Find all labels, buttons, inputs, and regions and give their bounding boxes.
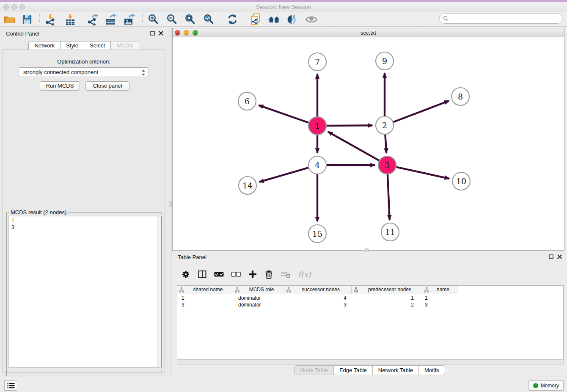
table-cell[interactable]: 1 xyxy=(177,295,233,302)
tab-network-table[interactable]: Network Table xyxy=(373,365,419,375)
table-panel-window-buttons xyxy=(549,254,562,259)
save-session-button[interactable] xyxy=(20,13,34,26)
edge-3-1[interactable] xyxy=(328,132,379,160)
table-panel-title: Table Panel xyxy=(178,254,206,260)
export-image-icon xyxy=(123,14,135,25)
graph-node-label-7: 7 xyxy=(315,57,320,66)
close-panel-button[interactable]: Close panel xyxy=(85,81,129,91)
tab-network[interactable]: Network xyxy=(28,41,61,50)
zoom-fit-icon xyxy=(184,14,196,25)
function-builder-button[interactable]: f(x) xyxy=(298,270,311,279)
mcds-result-text[interactable]: 1 3 xyxy=(8,216,162,367)
edge-4-14[interactable] xyxy=(259,168,308,182)
control-panel-window-buttons xyxy=(150,31,163,36)
show-home-button[interactable] xyxy=(267,13,281,26)
table-cell[interactable]: 1 xyxy=(422,295,458,302)
network-canvas[interactable]: 7968124314101511 xyxy=(172,37,564,251)
tab-mcds[interactable]: MCDS xyxy=(111,41,139,50)
node-table-rows: 1dominator4113dominator323 xyxy=(177,295,563,309)
import-network-button[interactable] xyxy=(44,13,57,26)
table-cell[interactable]: dominator xyxy=(233,295,284,302)
edge-3-10[interactable] xyxy=(396,167,449,179)
edge-1-6[interactable] xyxy=(259,105,308,123)
hide-graphics-details-button[interactable] xyxy=(286,13,299,26)
birds-eye-view-button[interactable] xyxy=(305,13,318,26)
float-panel-icon[interactable] xyxy=(549,254,553,259)
edge-2-3[interactable] xyxy=(385,135,386,153)
control-panel: Control Panel NetworkStyleSelectMCDS Opt… xyxy=(0,27,168,376)
zoom-fit-button[interactable] xyxy=(183,13,197,26)
edge-3-11[interactable] xyxy=(388,174,390,220)
graph-node-label-14: 14 xyxy=(242,181,253,190)
export-image-button[interactable] xyxy=(122,13,136,26)
clone-network-button[interactable] xyxy=(249,13,262,26)
table-row[interactable]: 1dominator411 xyxy=(177,295,563,302)
network-window-titlebar[interactable]: scc.txt xyxy=(172,28,564,37)
mcds-result-scrollbar[interactable] xyxy=(157,216,161,367)
memory-button[interactable]: Memory xyxy=(528,380,564,391)
table-toolbar: f(x) xyxy=(177,266,564,283)
graph-node-label-11: 11 xyxy=(385,227,395,237)
deselect-all-rows-button[interactable] xyxy=(231,271,241,277)
import-network-icon xyxy=(44,14,56,25)
column-header-predecessor-nodes[interactable]: predecessor nodes xyxy=(352,286,422,294)
column-header-successor-nodes[interactable]: successor nodes xyxy=(284,286,352,294)
delete-column-button[interactable] xyxy=(264,270,273,279)
tab-edge-table[interactable]: Edge Table xyxy=(334,365,373,375)
optimization-criterion-label: Optimization criterion: xyxy=(0,58,168,65)
zoom-out-button[interactable] xyxy=(165,13,179,26)
tab-node-table[interactable]: Node Table xyxy=(294,365,334,375)
import-table-button[interactable] xyxy=(63,13,77,26)
splitter-handle[interactable] xyxy=(169,201,172,207)
table-cell[interactable]: 3 xyxy=(422,302,458,309)
column-header-shared-name[interactable]: shared name xyxy=(177,286,233,294)
search-field[interactable] xyxy=(439,13,563,24)
network-graph: 7968124314101511 xyxy=(173,37,564,250)
node-table[interactable]: shared nameMCDS rolesuccessor nodesprede… xyxy=(177,285,564,360)
column-header-MCDS-role[interactable]: MCDS role xyxy=(233,286,284,294)
float-panel-icon[interactable] xyxy=(150,31,155,36)
table-cell[interactable]: 3 xyxy=(177,302,233,309)
create-column-button[interactable] xyxy=(248,270,257,279)
search-icon xyxy=(443,16,449,22)
edge-2-8[interactable] xyxy=(394,101,449,122)
refresh-button[interactable] xyxy=(226,13,239,26)
network-title: scc.txt xyxy=(173,30,564,36)
table-row[interactable]: 3dominator323 xyxy=(177,302,563,309)
zoom-in-button[interactable] xyxy=(146,13,160,26)
close-panel-icon[interactable] xyxy=(557,254,562,259)
open-session-button[interactable] xyxy=(3,13,16,26)
task-history-button[interactable] xyxy=(4,380,17,391)
graph-node-label-8: 8 xyxy=(458,92,463,101)
toggle-table-panel-button[interactable] xyxy=(198,270,207,279)
refresh-icon xyxy=(227,14,238,25)
search-input[interactable] xyxy=(449,14,562,23)
table-settings-button[interactable] xyxy=(181,270,190,279)
zoom-out-icon xyxy=(166,14,178,25)
delete-table-button[interactable] xyxy=(281,271,291,278)
optimization-criterion-select[interactable]: strongly connected component xyxy=(19,67,149,77)
checked-boxes-icon xyxy=(214,271,224,277)
close-panel-icon[interactable] xyxy=(159,31,163,36)
table-cell[interactable]: dominator xyxy=(233,302,284,309)
select-all-rows-button[interactable] xyxy=(214,271,224,277)
run-mcds-button[interactable]: Run MCDS xyxy=(40,81,80,91)
export-network-button[interactable] xyxy=(85,13,99,26)
table-cell[interactable]: 1 xyxy=(352,295,422,302)
edge-1-2[interactable] xyxy=(327,125,372,126)
table-cell[interactable]: 3 xyxy=(284,302,352,309)
canvas-resize-handle[interactable] xyxy=(365,248,369,251)
table-cell[interactable]: 2 xyxy=(352,302,422,309)
export-table-button[interactable] xyxy=(104,13,118,26)
tab-select[interactable]: Select xyxy=(84,41,111,50)
tab-motifs[interactable]: Motifs xyxy=(419,365,445,375)
toolbar-separator xyxy=(39,14,40,25)
unchecked-boxes-icon xyxy=(231,271,241,277)
zoom-selected-button[interactable] xyxy=(202,13,215,26)
export-table-icon xyxy=(105,14,117,25)
panel-splitter[interactable] xyxy=(168,27,172,376)
column-header-name[interactable]: name xyxy=(422,286,458,294)
tab-style[interactable]: Style xyxy=(61,41,84,50)
memory-status-icon xyxy=(533,383,538,388)
table-cell[interactable]: 4 xyxy=(284,295,352,302)
